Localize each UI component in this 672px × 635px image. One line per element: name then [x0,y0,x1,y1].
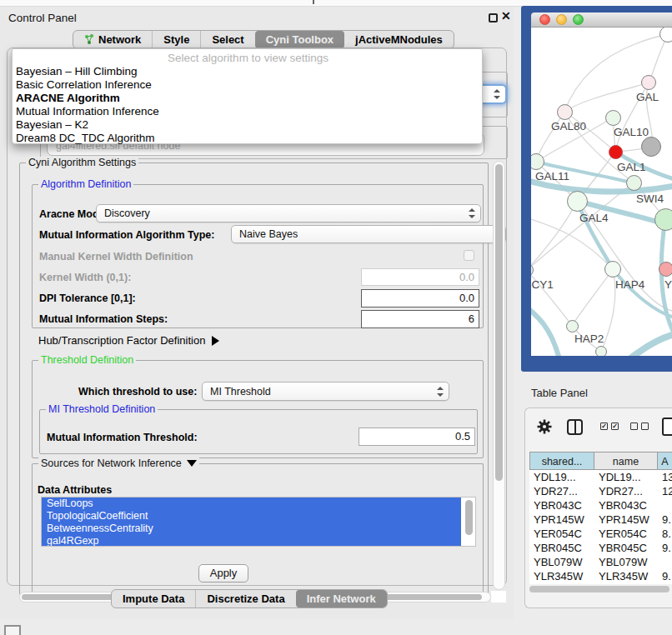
mi-steps-value: 6 [469,312,474,325]
sources-title-text: Sources for Network Inference [41,458,182,469]
network-node[interactable] [659,28,672,42]
node-label: HAP2 [574,332,604,345]
node-label: GAL [636,91,659,103]
minimize-traffic-light-icon[interactable] [556,14,567,25]
table-horizontal-scrollbar[interactable] [529,586,672,593]
attribute-list-item[interactable]: gal4RGexp [42,535,461,547]
table-row[interactable]: YDR27...YDR27...12 [529,484,672,498]
bottom-tab-infer-network[interactable]: Infer Network [296,590,387,608]
attribute-list-item[interactable]: TopologicalCoefficient [42,510,461,522]
hub-definition-expander[interactable]: Hub/Transcription Factor Definition [38,334,219,347]
network-node-gal1[interactable] [609,145,623,159]
node-label: GCY1 [531,278,554,291]
network-node-y[interactable] [659,262,672,277]
minimized-panel-icon[interactable] [4,625,21,635]
table-row[interactable]: YLR345WYLR345W9. [529,569,672,583]
table-cell: 9. [658,541,672,555]
network-view-frame[interactable]: GALGAL80GAL10GAL1GAL11SWI4GAL4GCY1HAP4YH… [521,6,672,372]
table-row[interactable]: YPR145WYPR145W9. [529,512,672,527]
table-cell: YLR345W [594,569,658,583]
algorithm-option[interactable]: Dream8 DC_TDC Algorithm [13,132,484,145]
network-node-gal4[interactable] [567,191,588,212]
network-icon [84,34,94,45]
deselect-all-checkbox-icon[interactable] [630,422,638,430]
bottom-tab-impute-data[interactable]: Impute Data [112,590,195,608]
mi-steps-field[interactable]: 6 [361,310,479,328]
spinner-icon [494,89,499,99]
float-window-icon[interactable] [489,13,498,22]
dpi-tolerance-field[interactable]: 0.0 [361,289,479,308]
node-label: GAL1 [617,161,646,173]
table-row[interactable]: YER054CYER054C8. [529,527,672,541]
control-panel-tabs: NetworkStyleSelectCyni ToolboxjActiveMNo… [73,30,454,49]
algorithm-option[interactable]: ARACNE Algorithm [13,92,484,105]
tab-cyni-toolbox[interactable]: Cyni Toolbox [255,31,344,48]
network-node[interactable] [654,208,672,231]
table-row[interactable]: YIL052CYIL052C9 [529,583,672,584]
tab-select[interactable]: Select [200,31,254,48]
deselect-all-checkbox-icon[interactable] [641,422,649,430]
network-node[interactable] [641,137,661,157]
algorithm-option[interactable]: Bayesian – K2 [13,118,484,132]
gear-icon[interactable] [536,418,553,435]
column-header-0[interactable]: shared... [529,452,594,469]
column-header-1[interactable]: name [594,452,658,469]
mi-type-combobox[interactable]: Naive Bayes [231,225,506,243]
network-node-gal[interactable] [641,75,656,90]
close-icon[interactable]: ✕ [501,9,511,22]
control-panel: Control Panel ✕ NetworkStyleSelectCyni T… [0,7,514,618]
table-cell: YDL19... [594,470,658,484]
table-cell: YBL079W [529,555,594,569]
which-threshold-combobox[interactable]: MI Threshold [202,382,449,401]
scrollbar-thumb[interactable] [529,586,669,592]
columns-icon[interactable] [567,419,583,435]
table-cell: YLR345W [529,569,594,583]
kernel-width-field[interactable]: 0.0 [361,268,479,286]
list-scrollbar[interactable] [465,500,473,535]
network-node-gal10[interactable] [605,110,621,126]
network-node-swi4[interactable] [626,175,642,191]
tab-style[interactable]: Style [152,31,200,48]
spinner-icon [469,208,474,218]
aracne-mode-combobox[interactable]: Discovery [96,204,481,222]
manual-kernel-checkbox[interactable] [464,250,474,261]
mi-threshold-field[interactable]: 0.5 [359,428,475,446]
tab-jactivemnodules[interactable]: jActiveMNodules [344,31,454,48]
which-threshold-label: Which threshold to use: [78,386,197,398]
attribute-list-item[interactable]: SelfLoops [42,498,461,510]
table-row[interactable]: YDL19...YDL19...13 [529,470,672,484]
select-all-checkbox-icon[interactable]: ✓ [600,422,608,430]
tab-network[interactable]: Network [73,31,152,48]
close-traffic-light-icon[interactable] [539,14,550,25]
bottom-tab-discretize-data[interactable]: Discretize Data [195,590,295,608]
table-cell [658,498,672,512]
attribute-list-item[interactable]: BetweennessCentrality [42,522,461,535]
tab-label: Network [98,31,141,48]
network-window-titlebar[interactable] [531,12,672,28]
select-all-checkbox-icon[interactable]: ✓ [611,422,619,430]
sources-group-title[interactable]: Sources for Network Inference [38,458,199,469]
export-table-icon[interactable] [662,418,672,436]
table-row[interactable]: YBL079WYBL079W [529,555,672,569]
data-attributes-list[interactable]: SelfLoopsTopologicalCoefficientBetweenne… [41,497,476,547]
network-node-hap2[interactable] [566,320,579,332]
tab-label: jActiveMNodules [355,31,443,48]
column-header-2[interactable]: A [658,452,672,469]
scrollbar-thumb[interactable] [495,164,503,481]
table-row[interactable]: YBR043CYBR043C [529,498,672,512]
threshold-definition-group: Threshold Definition Which threshold to … [32,360,484,458]
top-tick-mark [313,0,314,4]
algorithm-option[interactable]: Mutual Information Inference [13,105,484,118]
table-row[interactable]: YBR045CYBR045C9. [529,541,672,555]
algorithm-definition-group: Algorithm Definition Aracne Mode: Discov… [32,184,484,328]
network-node-hap4[interactable] [604,261,621,278]
settings-vertical-scrollbar[interactable] [493,161,505,590]
network-node-gal80[interactable] [557,104,573,120]
network-canvas[interactable]: GALGAL80GAL10GAL1GAL11SWI4GAL4GCY1HAP4YH… [531,28,672,356]
apply-button[interactable]: Apply [198,564,248,582]
table-cell: YIL052C [594,583,658,584]
zoom-traffic-light-icon[interactable] [573,14,584,25]
algorithm-option[interactable]: Bayesian – Hill Climbing [13,65,484,78]
algorithm-option[interactable]: Basic Correlation Inference [13,78,484,92]
network-node[interactable] [595,346,607,356]
